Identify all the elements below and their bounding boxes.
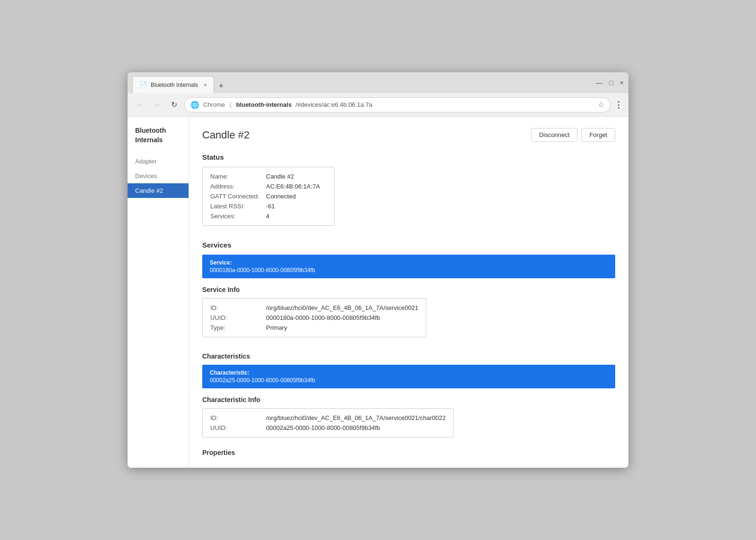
sidebar-item-candle2[interactable]: Candle #2	[128, 183, 189, 198]
service-uuid-label: UUID:	[210, 314, 262, 321]
tab-strip: 📄 Bluetooth Internals × +	[132, 72, 592, 93]
char-id-value: /org/bluez/hci0/dev_AC_E6_4B_06_1A_7A/se…	[266, 414, 446, 421]
page-header: Candle #2 Disconnect Forget	[202, 128, 615, 142]
char-info-box: ID: /org/bluez/hci0/dev_AC_E6_4B_06_1A_7…	[202, 408, 454, 437]
url-bold-part: bluetooth-internals	[236, 101, 292, 108]
tab-close-button[interactable]: ×	[204, 82, 207, 88]
char-bar-label: Characteristic:	[210, 369, 608, 376]
disconnect-button[interactable]: Disconnect	[531, 128, 577, 142]
status-services-row: Services: 4	[210, 213, 326, 220]
service-info-heading: Service Info	[202, 286, 615, 293]
tab-icon: 📄	[139, 81, 147, 88]
new-tab-button[interactable]: +	[214, 79, 228, 93]
tab-title: Bluetooth Internals	[151, 82, 198, 88]
url-separator: |	[230, 101, 231, 108]
browser-menu-button[interactable]: ⋮	[614, 100, 623, 110]
status-address-value: AC:E6:4B:06:1A:7A	[266, 183, 320, 190]
service-info-box: ID: /org/bluez/hci0/dev_AC_E6_4B_06_1A_7…	[202, 298, 426, 337]
char-uuid-value: 00002a25-0000-1000-8000-00805f9b34fb	[266, 424, 380, 431]
back-button[interactable]: ←	[133, 98, 146, 111]
sidebar-title: BluetoothInternals	[128, 126, 189, 154]
header-buttons: Disconnect Forget	[531, 128, 615, 142]
bookmark-icon[interactable]: ☆	[598, 100, 604, 109]
service-id-label: ID:	[210, 304, 262, 311]
browser-window: 📄 Bluetooth Internals × + — □ × ← → ↻ 🌐 …	[128, 72, 628, 468]
page-body: BluetoothInternals Adapter Devices Candl…	[128, 117, 628, 468]
status-rssi-value: -61	[266, 203, 275, 210]
service-bar-uuid: 0000180a-0000-1000-8000-00805f9b34fb	[210, 267, 608, 274]
sidebar-item-adapter[interactable]: Adapter	[128, 154, 189, 169]
service-bar-label: Service:	[210, 259, 608, 266]
char-id-label: ID:	[210, 414, 262, 421]
status-info-box: Name: Candle #2 Address: AC:E6:4B:06:1A:…	[202, 167, 335, 226]
service-bar[interactable]: Service: 0000180a-0000-1000-8000-00805f9…	[202, 255, 615, 278]
characteristic-bar[interactable]: Characteristic: 00002a25-0000-1000-8000-…	[202, 365, 615, 388]
url-bar[interactable]: 🌐 Chrome | bluetooth-internals /#devices…	[184, 97, 610, 112]
minimize-button[interactable]: —	[596, 79, 602, 86]
main-content: Candle #2 Disconnect Forget Status Name:…	[189, 117, 628, 468]
service-type-row: Type: Primary	[210, 324, 418, 331]
active-tab[interactable]: 📄 Bluetooth Internals ×	[132, 76, 214, 93]
char-uuid-label: UUID:	[210, 424, 262, 431]
close-button[interactable]: ×	[620, 79, 624, 86]
characteristics-heading: Characteristics	[202, 352, 615, 360]
char-bar-uuid: 00002a25-0000-1000-8000-00805f9b34fb	[210, 377, 608, 384]
sidebar-item-devices[interactable]: Devices	[128, 169, 189, 183]
address-bar: ← → ↻ 🌐 Chrome | bluetooth-internals /#d…	[128, 93, 628, 117]
title-bar: 📄 Bluetooth Internals × + — □ ×	[128, 72, 628, 93]
status-heading: Status	[202, 153, 615, 161]
url-brand-text: Chrome	[203, 101, 225, 108]
service-type-value: Primary	[266, 324, 287, 331]
service-uuid-row: UUID: 0000180a-0000-1000-8000-00805f9b34…	[210, 314, 418, 321]
char-info-heading: Characteristic Info	[202, 396, 615, 403]
service-id-value: /org/bluez/hci0/dev_AC_E6_4B_06_1A_7A/se…	[266, 304, 418, 311]
globe-icon: 🌐	[190, 101, 199, 109]
url-path: /#devices/ac:e6:4b:06:1a:7a	[295, 101, 372, 108]
service-uuid-value: 0000180a-0000-1000-8000-00805f9b34fb	[266, 314, 380, 321]
properties-heading: Properties	[202, 449, 615, 456]
char-id-row: ID: /org/bluez/hci0/dev_AC_E6_4B_06_1A_7…	[210, 414, 446, 421]
status-gatt-row: GATT Connected: Connected	[210, 193, 326, 200]
forget-button[interactable]: Forget	[581, 128, 615, 142]
service-type-label: Type:	[210, 324, 262, 331]
status-gatt-value: Connected	[266, 193, 296, 200]
window-controls: — □ ×	[596, 79, 624, 86]
maximize-button[interactable]: □	[609, 79, 613, 86]
status-rssi-row: Latest RSSI: -61	[210, 203, 326, 210]
status-name-label: Name:	[210, 173, 262, 180]
reload-button[interactable]: ↻	[167, 98, 180, 111]
char-uuid-row: UUID: 00002a25-0000-1000-8000-00805f9b34…	[210, 424, 446, 431]
status-gatt-label: GATT Connected:	[210, 193, 262, 200]
page-title: Candle #2	[202, 129, 249, 141]
status-services-label: Services:	[210, 213, 262, 220]
status-name-value: Candle #2	[266, 173, 294, 180]
sidebar: BluetoothInternals Adapter Devices Candl…	[128, 117, 189, 468]
status-address-row: Address: AC:E6:4B:06:1A:7A	[210, 183, 326, 190]
status-services-value: 4	[266, 213, 269, 220]
services-heading: Services	[202, 241, 615, 249]
status-name-row: Name: Candle #2	[210, 173, 326, 180]
service-id-row: ID: /org/bluez/hci0/dev_AC_E6_4B_06_1A_7…	[210, 304, 418, 311]
status-rssi-label: Latest RSSI:	[210, 203, 262, 210]
forward-button[interactable]: →	[150, 98, 163, 111]
status-address-label: Address:	[210, 183, 262, 190]
